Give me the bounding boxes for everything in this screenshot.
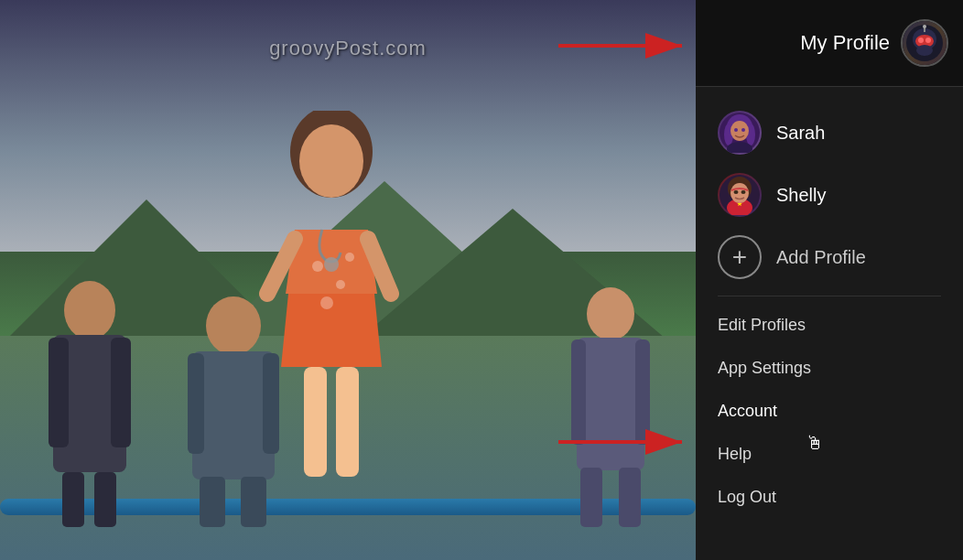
svg-rect-19 <box>200 477 225 527</box>
svg-point-35 <box>925 38 931 43</box>
svg-point-53 <box>741 190 746 194</box>
svg-point-7 <box>299 124 363 198</box>
svg-rect-25 <box>580 468 602 527</box>
add-profile-label: Add Profile <box>776 247 866 268</box>
watermark: groovyPost.com <box>269 37 427 60</box>
person-right <box>560 285 661 532</box>
svg-point-10 <box>312 261 323 272</box>
svg-point-51 <box>730 183 749 203</box>
svg-rect-26 <box>619 468 641 527</box>
svg-rect-2 <box>49 338 69 447</box>
menu-item-app-settings[interactable]: App Settings <box>696 347 963 390</box>
svg-rect-9 <box>336 367 359 477</box>
svg-point-36 <box>916 45 933 56</box>
svg-point-21 <box>587 287 634 340</box>
svg-point-52 <box>734 190 739 194</box>
my-profile-label: My Profile <box>800 31 890 55</box>
menu-item-log-out[interactable]: Log Out <box>696 476 963 519</box>
panel-menu: Sarah <box>696 87 963 560</box>
person-left-2 <box>174 294 293 532</box>
svg-rect-4 <box>62 472 84 527</box>
svg-rect-17 <box>188 353 204 454</box>
menu-divider <box>718 296 941 296</box>
svg-point-44 <box>734 128 738 132</box>
menu-item-help[interactable]: Help <box>696 433 963 476</box>
svg-point-14 <box>324 257 339 272</box>
cursor: 🖱 <box>806 433 824 454</box>
svg-point-15 <box>206 296 261 355</box>
svg-rect-20 <box>241 477 266 527</box>
svg-rect-18 <box>263 353 279 454</box>
svg-rect-8 <box>304 367 327 477</box>
svg-point-45 <box>741 128 745 132</box>
svg-rect-3 <box>111 338 131 447</box>
content-area: groovyPost.com <box>0 0 696 560</box>
svg-point-12 <box>320 296 333 309</box>
profile-item-sarah[interactable]: Sarah <box>696 102 963 164</box>
current-user-avatar[interactable] <box>901 19 948 67</box>
avatar-robot-icon <box>903 21 947 65</box>
shelly-name: Shelly <box>776 185 826 206</box>
menu-item-edit-profiles[interactable]: Edit Profiles <box>696 304 963 347</box>
right-panel: My Profile <box>696 0 963 560</box>
sarah-avatar <box>718 111 762 155</box>
arrow-account <box>549 415 696 469</box>
svg-point-13 <box>345 253 354 262</box>
svg-rect-5 <box>94 472 116 527</box>
profile-item-shelly[interactable]: Shelly <box>696 164 963 226</box>
add-profile-button[interactable]: + Add Profile <box>696 226 963 288</box>
svg-point-0 <box>64 281 115 339</box>
arrow-my-profile <box>549 18 696 73</box>
svg-rect-16 <box>192 351 275 479</box>
svg-point-34 <box>918 38 924 43</box>
svg-point-38 <box>923 25 926 28</box>
menu-item-account[interactable]: Account <box>696 390 963 433</box>
panel-header[interactable]: My Profile <box>696 0 963 87</box>
add-profile-circle: + <box>718 235 762 279</box>
sarah-name: Sarah <box>776 123 825 144</box>
background-image <box>0 0 696 560</box>
person-left-1 <box>35 275 145 532</box>
shelly-avatar <box>718 173 762 217</box>
svg-point-11 <box>336 280 345 289</box>
